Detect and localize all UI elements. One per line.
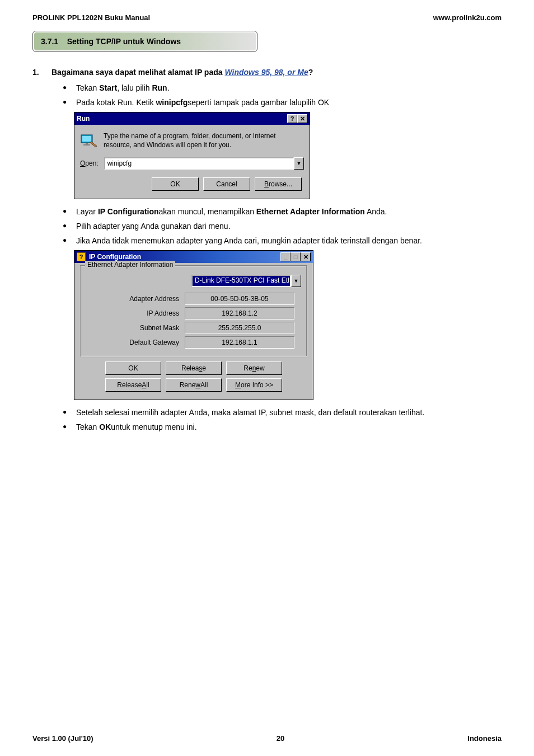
close-button[interactable]: ✕	[301, 252, 311, 261]
adapter-address-value: 00-05-5D-05-3B-05	[185, 293, 294, 305]
default-gateway-value: 192.168.1.1	[185, 336, 294, 349]
more-info-button[interactable]: More Info >>	[226, 378, 282, 392]
group-label: Ethernet Adapter Information	[85, 261, 175, 269]
doc-footer: Versi 1.00 (Jul'10) 20 Indonesia	[32, 734, 502, 743]
info-row: Subnet Mask 255.255.255.0	[86, 322, 301, 334]
section-heading: 3.7.1 Setting TCP/IP untuk Windows	[32, 31, 257, 52]
close-button[interactable]: ✕	[297, 114, 307, 123]
info-row: Adapter Address 00-05-5D-05-3B-05	[86, 293, 301, 305]
info-row: IP Address 192.168.1.2	[86, 307, 301, 320]
section-number: 3.7.1	[41, 37, 58, 46]
list-item: ● Tekan OKuntuk menutup menu ini.	[63, 421, 502, 433]
cancel-button[interactable]: Cancel	[203, 177, 250, 191]
info-row: Default Gateway 192.168.1.1	[86, 336, 301, 349]
svg-rect-1	[82, 136, 91, 142]
svg-rect-3	[83, 144, 90, 145]
bullet-group-b: ● Layar IP Configurationakan muncul, men…	[63, 206, 502, 247]
renew-all-button[interactable]: Renew All	[166, 378, 222, 392]
renew-button[interactable]: Renew	[226, 361, 282, 375]
list-item: ● Setelah selesai memilih adapter Anda, …	[63, 407, 502, 419]
open-label: Open:	[80, 159, 99, 167]
release-all-button[interactable]: Release All	[105, 378, 161, 392]
footer-page: 20	[277, 734, 284, 743]
doc-header: PROLiNK PPL1202N Buku Manual www.prolink…	[32, 13, 502, 22]
step-number: 1.	[32, 68, 43, 77]
release-button[interactable]: Release	[166, 361, 222, 375]
adapter-address-label: Adapter Address	[86, 295, 185, 303]
doc-url: www.prolink2u.com	[433, 13, 502, 22]
bullet-icon: ●	[63, 206, 68, 218]
bullet-icon: ●	[63, 235, 68, 247]
ipconfig-dialog: ? IP Configuration _ □ ✕ Ethernet Adapte…	[74, 250, 313, 400]
help-button[interactable]: ?	[287, 114, 297, 123]
open-combobox[interactable]: ▼	[104, 157, 304, 170]
subnet-mask-value: 255.255.255.0	[185, 322, 294, 334]
doc-title: PROLiNK PPL1202N Buku Manual	[32, 13, 150, 22]
bullet-icon: ●	[63, 421, 68, 433]
bullet-icon: ●	[63, 220, 68, 232]
svg-rect-2	[86, 143, 88, 144]
bullet-icon: ●	[63, 97, 68, 109]
ipconfig-app-icon: ?	[77, 252, 86, 261]
bullet-icon: ●	[63, 82, 68, 94]
browse-button[interactable]: Browse...	[255, 177, 302, 191]
numbered-step-1: 1. Bagaimana saya dapat melihat alamat I…	[32, 68, 502, 77]
list-item: ● Pada kotak Run. Ketik winipcfgseperti …	[63, 97, 502, 109]
run-title-text: Run	[77, 115, 90, 123]
list-item: ● Layar IP Configurationakan muncul, men…	[63, 206, 502, 218]
bullet-group-c: ● Setelah selesai memilih adapter Anda, …	[63, 407, 502, 433]
adapter-value: D-Link DFE-530TX PCI Fast Ethe	[191, 275, 291, 287]
step-text: Bagaimana saya dapat melihat alamat IP p…	[51, 68, 313, 77]
dropdown-button[interactable]: ▼	[294, 157, 304, 170]
run-description: Type the name of a program, folder, docu…	[104, 132, 304, 149]
list-item: ● Pilih adapter yang Anda gunakan dari m…	[63, 220, 502, 232]
adapter-groupbox: Ethernet Adapter Information D-Link DFE-…	[80, 265, 307, 357]
ipconfig-title-text: IP Configuration	[89, 253, 141, 261]
subnet-mask-label: Subnet Mask	[86, 324, 185, 332]
footer-lang: Indonesia	[467, 734, 502, 743]
maximize-button[interactable]: □	[291, 252, 301, 261]
ok-button[interactable]: OK	[152, 177, 199, 191]
bullet-icon: ●	[63, 407, 68, 419]
adapter-select[interactable]: D-Link DFE-530TX PCI Fast Ethe ▼	[191, 275, 301, 287]
run-titlebar[interactable]: Run ? ✕	[74, 112, 310, 125]
ip-address-label: IP Address	[86, 309, 185, 317]
list-item: ● Tekan Start, lalu pilih Run.	[63, 82, 502, 94]
open-input[interactable]	[104, 157, 294, 170]
bullet-group-a: ● Tekan Start, lalu pilih Run. ● Pada ko…	[63, 82, 502, 109]
ok-button[interactable]: OK	[105, 361, 161, 375]
minimize-button[interactable]: _	[280, 252, 291, 261]
section-title: Setting TCP/IP untuk Windows	[67, 37, 181, 46]
ip-address-value: 192.168.1.2	[185, 307, 294, 320]
footer-version: Versi 1.00 (Jul'10)	[32, 734, 93, 743]
dropdown-button[interactable]: ▼	[291, 275, 301, 287]
run-icon	[80, 132, 98, 149]
list-item: ● Jika Anda tidak menemukan adapter yang…	[63, 235, 502, 247]
run-dialog: Run ? ✕ Type the name of a program, fold…	[74, 112, 310, 199]
os-link[interactable]: Windows 95, 98, or Me	[224, 68, 308, 77]
default-gateway-label: Default Gateway	[86, 339, 185, 346]
